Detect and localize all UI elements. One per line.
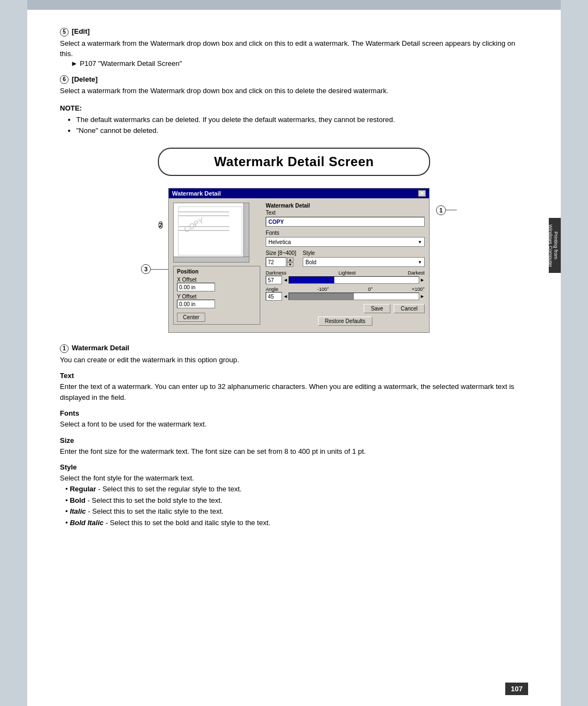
delete-title: [Delete] [72, 75, 98, 83]
sidebar-line1: Printing from [553, 232, 559, 259]
darkness-right-btn[interactable]: ► [420, 277, 425, 283]
callout-2: 2 [158, 221, 163, 229]
desc-text: Text Enter the text of a watermark. You … [60, 372, 528, 403]
dialog-title: Watermark Detail [172, 190, 220, 197]
style-label: Style [303, 250, 425, 256]
text-sublabel: Text [266, 210, 425, 216]
y-offset-label: Y Offset [177, 294, 256, 300]
note-list: The default watermarks can be deleted. I… [76, 114, 528, 137]
watermark-detail-group-label: Watermark Detail [266, 203, 425, 209]
position-label: Position [177, 269, 256, 275]
style-col: Style Bold ▼ [303, 250, 425, 267]
section-delete: 6 [Delete] Select a watermark from the W… [60, 75, 528, 96]
style-bold-italic-bold: Bold Italic [70, 519, 103, 527]
size-spinners: ▲ ▼ [287, 257, 293, 267]
style-dropdown[interactable]: Bold ▼ [303, 257, 425, 267]
delete-text: Select a watermark from the Watermark dr… [60, 86, 528, 96]
size-desc-title: Size [60, 436, 528, 445]
angle-min: -100° [317, 287, 329, 292]
style-bold-italic-em: Bold Italic [70, 519, 103, 527]
text-value: COPY [268, 219, 284, 225]
angle-right-btn[interactable]: ► [420, 294, 425, 299]
darkness-value-row: 57 ◄ ► [266, 276, 425, 284]
dialog-titlebar: Watermark Detail ✕ [169, 188, 429, 198]
fonts-desc-text: Select a font to be used for the waterma… [60, 419, 528, 430]
note-item-1: The default watermarks can be deleted. I… [76, 114, 528, 126]
ruler-bottom [174, 257, 249, 262]
size-label: Size [8~400] [266, 250, 298, 256]
darkest-label: Darkest [408, 270, 425, 276]
darkness-value-field[interactable]: 57 [266, 276, 282, 284]
delete-number: 6 [60, 75, 69, 84]
angle-left-btn[interactable]: ◄ [283, 294, 288, 299]
dialog-left-panel: COPY Position [173, 203, 260, 328]
size-field[interactable]: 72 [266, 257, 286, 267]
lightest-label: Lightest [339, 270, 356, 276]
dialog-close-button[interactable]: ✕ [418, 190, 426, 197]
sidebar-tab: Printing from Windows Computer [549, 218, 561, 273]
fonts-dropdown[interactable]: Helvetica ▼ [266, 237, 425, 247]
edit-ref: ► P107 "Watermark Detail Screen" [71, 59, 528, 68]
desc1-num: 1 [60, 344, 69, 353]
angle-mid: 0° [368, 287, 373, 292]
style-list: Regular - Select this to set the regular… [65, 484, 528, 529]
angle-label: Angle [266, 287, 278, 292]
fonts-desc-title: Fonts [60, 409, 528, 417]
content: 5 [Edit] Select a watermark from the Wat… [60, 16, 528, 529]
desc1-header: 1 Watermark Detail [60, 344, 528, 353]
style-regular-bold: Regular [70, 485, 96, 493]
size-spin-down[interactable]: ▼ [287, 262, 293, 267]
darkness-slider[interactable] [289, 276, 419, 284]
callout-1: 1 [436, 205, 446, 215]
style-item-bold-italic: Bold Italic - Select this to set the bol… [65, 518, 528, 529]
edit-header: 5 [Edit] [60, 27, 528, 36]
size-input-row: 72 ▲ ▼ [266, 257, 298, 267]
angle-slider[interactable] [289, 293, 419, 300]
style-italic-bold: Italic [70, 507, 86, 515]
text-section: Text COPY [266, 210, 425, 227]
sidebar-line2: Windows Computer [548, 224, 553, 267]
callout-3: 3 [141, 264, 151, 274]
delete-header: 6 [Delete] [60, 75, 528, 84]
style-desc-title: Style [60, 463, 528, 471]
fonts-section: Fonts Helvetica ▼ [266, 230, 425, 247]
style-item-italic: Italic - Select this to set the italic s… [65, 506, 528, 518]
restore-btn-row: Restore Defaults [266, 317, 425, 326]
size-style-row: Size [8~400] 72 ▲ ▼ [266, 250, 425, 267]
style-bold-bold: Bold [70, 496, 85, 504]
size-spin-up[interactable]: ▲ [287, 257, 293, 262]
text-desc-title: Text [60, 372, 528, 380]
dialog-area: 2 3 Watermark Detail ✕ [60, 188, 528, 333]
size-col: Size [8~400] 72 ▲ ▼ [266, 250, 298, 267]
note-title: NOTE: [60, 104, 528, 112]
edit-text: Select a watermark from the Watermark dr… [60, 38, 528, 59]
desc-watermark-detail: 1 Watermark Detail You can create or edi… [60, 344, 528, 365]
save-cancel-row: Save Cancel [266, 304, 425, 313]
dialog-right-panel: Watermark Detail Text COPY Fonts [266, 203, 425, 328]
watermark-detail-heading-box: Watermark Detail Screen [158, 148, 430, 176]
darkness-labels: Darkness Lightest Darkest [266, 270, 425, 276]
restore-defaults-button[interactable]: Restore Defaults [318, 317, 372, 326]
style-value: Bold [305, 259, 316, 265]
page: 5 [Edit] Select a watermark from the Wat… [27, 0, 561, 706]
darkness-left-btn[interactable]: ◄ [283, 277, 288, 283]
section-edit: 5 [Edit] Select a watermark from the Wat… [60, 27, 528, 68]
top-bar [27, 0, 561, 10]
cancel-button[interactable]: Cancel [394, 304, 425, 313]
text-desc-text: Enter the text of a watermark. You can e… [60, 381, 528, 403]
fonts-value: Helvetica [268, 239, 291, 245]
angle-row: Angle -100° 0° +100° 45 ◄ [266, 287, 425, 301]
style-item-regular: Regular - Select this to set the regular… [65, 484, 528, 495]
preview-area: COPY [173, 203, 249, 263]
text-input-field[interactable]: COPY [266, 217, 425, 227]
dialog-box: Watermark Detail ✕ COPY [168, 188, 430, 333]
edit-title: [Edit] [72, 27, 90, 35]
center-button[interactable]: Center [177, 313, 205, 322]
x-offset-input[interactable] [177, 283, 215, 291]
y-offset-row: Y Offset [177, 294, 256, 308]
x-offset-row: X Offset [177, 277, 256, 291]
save-button[interactable]: Save [364, 304, 390, 313]
angle-value-field[interactable]: 45 [266, 292, 282, 301]
y-offset-input[interactable] [177, 300, 215, 308]
watermark-detail-heading: Watermark Detail Screen [214, 154, 373, 169]
